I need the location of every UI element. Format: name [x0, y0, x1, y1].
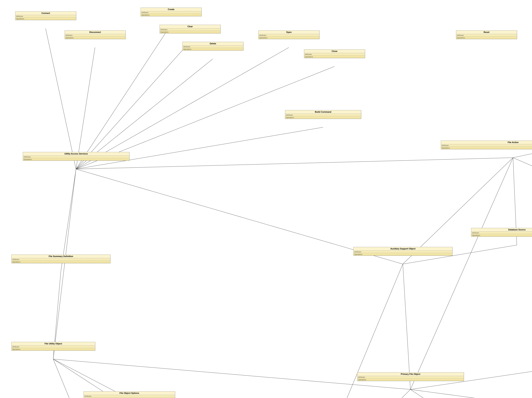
edge-utilityAccess-fileUtilityObject — [53, 169, 76, 359]
class-title: Delete — [183, 42, 243, 45]
class-title: Reset — [456, 31, 517, 34]
class-box-fileSummaryDef[interactable]: File Summary DefinitionAttributesOperati… — [11, 255, 110, 263]
compartment-ops: Operations — [354, 253, 452, 255]
compartment-attr: Attributes — [15, 15, 76, 18]
class-box-create[interactable]: CreateAttributesOperations — [141, 8, 202, 16]
class-box-fileUtilityObject[interactable]: File Utility ObjectAttributesOperations — [11, 342, 95, 351]
compartment-attr: Attributes — [65, 34, 126, 37]
compartment-ops: Operations — [304, 56, 365, 58]
class-title: Clear — [160, 25, 221, 28]
compartment-attr: Attributes — [259, 34, 319, 37]
class-box-fileObjectOptions[interactable]: File Object OptionsAttributesOperations — [83, 391, 175, 398]
compartment-attr: Attributes — [304, 53, 365, 56]
class-title: Open — [259, 31, 319, 34]
class-title: File Utility Object — [12, 342, 95, 346]
class-title: Build Command — [285, 110, 361, 114]
edge-utilityAccess-clear — [76, 42, 190, 169]
compartment-attr: Attributes — [12, 258, 110, 261]
compartment-ops: Operations — [456, 37, 517, 39]
compartment-attr: Attributes — [441, 144, 532, 147]
edge-primaryFileObject-fileObjectSubType — [410, 389, 532, 398]
class-box-close[interactable]: CloseAttributesOperations — [304, 50, 365, 58]
compartment-ops: Operations — [141, 14, 202, 16]
compartment-ops: Operations — [285, 116, 361, 119]
compartment-ops: Operations — [441, 147, 532, 149]
class-box-open[interactable]: OpenAttributesOperations — [258, 31, 319, 39]
class-title: Auxiliary Support Object — [354, 247, 452, 251]
class-title: Utility Access Services — [23, 152, 129, 156]
edge-utilityAccess-connect — [46, 29, 76, 169]
compartment-ops: Operations — [23, 158, 129, 161]
class-title: Close — [304, 50, 365, 53]
class-title: Disconnect — [65, 31, 126, 34]
edge-fileAction-actionItemExt — [513, 158, 532, 277]
compartment-attr: Attributes — [84, 395, 175, 398]
class-box-disconnect[interactable]: DisconnectAttributesOperations — [65, 31, 126, 39]
class-title: File Object Options — [84, 392, 175, 395]
class-box-databaseSource[interactable]: Database SourceAttributesOperations — [471, 228, 532, 237]
compartment-ops: Operations — [183, 48, 243, 51]
compartment-ops: Operations — [84, 398, 175, 398]
compartment-ops: Operations — [471, 234, 532, 236]
compartment-attr: Attributes — [23, 156, 129, 158]
class-box-reset[interactable]: ResetAttributesOperations — [456, 31, 517, 39]
compartment-ops: Operations — [160, 31, 221, 33]
edge-primaryFileObject-fileObjectStrongType — [308, 389, 410, 398]
compartment-ops: Operations — [12, 261, 110, 263]
class-box-fileAction[interactable]: File ActionAttributesOperations — [441, 141, 532, 149]
class-title: Connect — [15, 12, 76, 15]
edge-utilityAccess-fileAction — [76, 158, 513, 169]
compartment-attr: Attributes — [160, 28, 221, 31]
compartment-attr: Attributes — [285, 114, 361, 116]
compartment-attr: Attributes — [471, 232, 532, 234]
edge-fileAction-fileObjectCollection — [513, 104, 532, 158]
class-box-buildCommand[interactable]: Build CommandAttributesOperations — [285, 110, 361, 119]
edge-utilityAccess-buildCommand — [76, 127, 323, 169]
class-title: Create — [141, 8, 202, 11]
class-box-primaryFileObject[interactable]: Primary File ObjectAttributesOperations — [357, 372, 464, 381]
edge-primaryFileObject-inputFileObject — [410, 349, 532, 389]
compartment-attr: Attributes — [12, 346, 95, 348]
compartment-ops: Operations — [259, 37, 319, 39]
compartment-attr: Attributes — [354, 251, 452, 253]
class-box-delete[interactable]: DeleteAttributesOperations — [183, 42, 244, 51]
compartment-ops: Operations — [65, 37, 126, 39]
compartment-ops: Operations — [12, 348, 95, 350]
class-box-connect[interactable]: ConnectAttributesOperations — [15, 11, 76, 20]
edge-utilityAccess-disconnect — [76, 48, 95, 169]
edge-utilityAccess-create — [76, 25, 171, 169]
compartment-attr: Attributes — [183, 45, 243, 48]
edge-utilityAccess-open — [76, 48, 289, 169]
compartment-ops: Operations — [357, 379, 464, 381]
edge-auxSupport-primaryFileObject — [403, 264, 410, 389]
compartment-attr: Attributes — [141, 11, 202, 14]
edge-fileAction-primaryFileObject — [410, 158, 513, 389]
class-title: File Summary Definition — [12, 255, 110, 258]
compartment-attr: Attributes — [357, 376, 464, 379]
compartment-attr: Attributes — [456, 34, 517, 37]
compartment-ops: Operations — [15, 18, 76, 20]
class-box-utilityAccess[interactable]: Utility Access ServicesAttributesOperati… — [23, 152, 129, 161]
edge-primaryFileObject-fileOutputObject — [410, 389, 532, 398]
class-title: File Action — [441, 141, 532, 144]
class-box-auxSupport[interactable]: Auxiliary Support ObjectAttributesOperat… — [353, 247, 452, 256]
class-title: Primary File Object — [357, 373, 464, 376]
class-title: Database Source — [471, 228, 532, 232]
edge-fileUtilityObject-primaryFileObject — [53, 359, 410, 389]
class-box-clear[interactable]: ClearAttributesOperations — [160, 25, 221, 33]
